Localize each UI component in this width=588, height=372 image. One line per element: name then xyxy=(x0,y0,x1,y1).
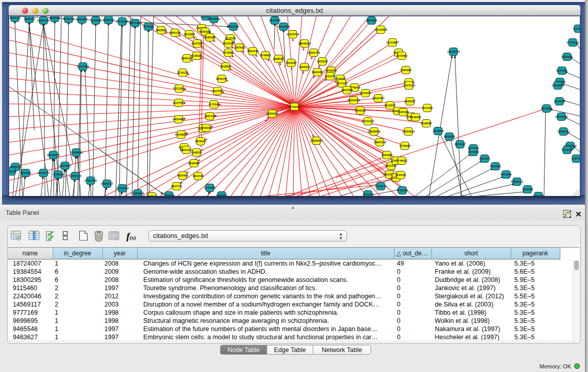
svg-text:6216072: 6216072 xyxy=(384,104,395,107)
svg-text:2588520: 2588520 xyxy=(273,57,284,60)
svg-text:16961758: 16961758 xyxy=(308,51,320,54)
svg-text:9716485: 9716485 xyxy=(204,186,215,189)
svg-text:9327509: 9327509 xyxy=(191,42,202,45)
svg-text:1112745: 1112745 xyxy=(573,27,580,30)
svg-text:3624554: 3624554 xyxy=(360,92,371,95)
svg-text:19654923: 19654923 xyxy=(402,130,415,133)
svg-text:2933114: 2933114 xyxy=(479,157,490,160)
svg-text:9245652: 9245652 xyxy=(522,188,533,191)
svg-text:9896102: 9896102 xyxy=(181,57,192,60)
svg-text:19654985: 19654985 xyxy=(172,118,185,121)
svg-text:6466160: 6466160 xyxy=(103,18,114,21)
svg-text:18807249: 18807249 xyxy=(374,141,386,144)
svg-text:5359402: 5359402 xyxy=(201,126,211,129)
svg-text:1362615: 1362615 xyxy=(299,65,310,69)
svg-text:1498222: 1498222 xyxy=(191,151,202,154)
svg-text:1145194: 1145194 xyxy=(53,173,64,176)
svg-text:10719185: 10719185 xyxy=(116,20,128,23)
svg-text:16648784: 16648784 xyxy=(447,50,460,53)
svg-text:16091231: 16091231 xyxy=(180,148,192,151)
svg-text:7866322: 7866322 xyxy=(355,109,365,112)
svg-text:7955812: 7955812 xyxy=(317,60,328,63)
svg-text:19384554: 19384554 xyxy=(310,139,323,142)
svg-text:10654112: 10654112 xyxy=(511,180,523,183)
svg-text:5136328: 5136328 xyxy=(191,54,202,57)
svg-text:18107554: 18107554 xyxy=(172,101,185,104)
svg-text:1733426: 1733426 xyxy=(397,189,407,192)
svg-text:20691406: 20691406 xyxy=(37,19,50,22)
svg-text:1756928: 1756928 xyxy=(399,144,410,147)
svg-text:9146821: 9146821 xyxy=(260,54,271,57)
svg-text:7663822: 7663822 xyxy=(156,29,166,32)
svg-text:16033809: 16033809 xyxy=(208,17,220,20)
svg-text:8660124: 8660124 xyxy=(169,31,181,34)
svg-text:8454749: 8454749 xyxy=(247,50,258,53)
svg-text:9327505: 9327505 xyxy=(223,42,233,45)
svg-text:9242845: 9242845 xyxy=(220,65,231,68)
svg-text:12505135: 12505135 xyxy=(69,174,81,178)
svg-text:9084067: 9084067 xyxy=(381,154,392,157)
svg-text:3267150: 3267150 xyxy=(204,115,215,118)
svg-text:3427552: 3427552 xyxy=(212,90,223,93)
svg-text:1691440: 1691440 xyxy=(192,174,203,178)
svg-text:8878315: 8878315 xyxy=(195,140,206,143)
svg-text:2260588: 2260588 xyxy=(200,30,210,33)
svg-text:12975115: 12975115 xyxy=(403,84,415,87)
svg-text:9474444: 9474444 xyxy=(468,150,479,154)
svg-text:16154838: 16154838 xyxy=(375,28,387,31)
svg-text:1746021: 1746021 xyxy=(396,159,407,162)
svg-text:20206576: 20206576 xyxy=(47,154,59,157)
svg-text:15692071: 15692071 xyxy=(557,130,570,133)
svg-text:17359938: 17359938 xyxy=(70,151,82,154)
svg-text:20364436: 20364436 xyxy=(347,99,360,102)
svg-text:16671385: 16671385 xyxy=(129,21,141,25)
svg-text:7485063: 7485063 xyxy=(400,69,411,72)
svg-text:16210643: 16210643 xyxy=(555,115,568,118)
svg-text:9115460: 9115460 xyxy=(422,106,432,110)
svg-text:20053346: 20053346 xyxy=(77,65,89,68)
svg-text:18300295: 18300295 xyxy=(266,112,278,115)
svg-text:8535012: 8535012 xyxy=(63,17,74,20)
svg-text:2367608: 2367608 xyxy=(234,46,245,49)
svg-text:2544311: 2544311 xyxy=(395,173,406,177)
svg-text:9657771: 9657771 xyxy=(171,185,182,188)
svg-text:12923448: 12923448 xyxy=(132,192,144,195)
svg-text:7515526: 7515526 xyxy=(143,25,154,28)
svg-text:3912954: 3912954 xyxy=(184,33,195,36)
svg-text:8990448: 8990448 xyxy=(312,71,322,74)
svg-text:8471676: 8471676 xyxy=(500,173,511,176)
svg-text:19975867: 19975867 xyxy=(59,164,71,167)
svg-text:2718176: 2718176 xyxy=(177,71,188,74)
svg-text:6879197: 6879197 xyxy=(454,143,465,146)
svg-text:9227342: 9227342 xyxy=(556,69,567,72)
svg-text:8186328: 8186328 xyxy=(204,36,215,39)
svg-text:1527602: 1527602 xyxy=(90,19,101,22)
svg-text:1025438: 1025438 xyxy=(398,111,408,114)
svg-text:19218506: 19218506 xyxy=(277,25,290,28)
svg-text:1655287: 1655287 xyxy=(76,18,87,21)
svg-text:15751074: 15751074 xyxy=(567,41,579,44)
svg-text:14136141: 14136141 xyxy=(375,185,387,188)
svg-text:19958107: 19958107 xyxy=(101,182,113,185)
svg-text:12093872: 12093872 xyxy=(552,84,564,87)
svg-text:1156819: 1156819 xyxy=(20,171,31,174)
svg-text:1621072: 1621072 xyxy=(324,75,335,78)
svg-text:7357224: 7357224 xyxy=(228,25,239,28)
svg-text:1073493: 1073493 xyxy=(396,54,407,57)
svg-text:12342737: 12342737 xyxy=(37,171,50,174)
svg-text:9329966: 9329966 xyxy=(561,55,572,58)
svg-text:2803144: 2803144 xyxy=(216,77,227,80)
svg-text:1405572: 1405572 xyxy=(9,16,20,19)
svg-text:3375685: 3375685 xyxy=(223,51,233,54)
svg-text:19166825: 19166825 xyxy=(175,133,187,136)
svg-text:1410702: 1410702 xyxy=(561,148,572,151)
svg-text:8813054: 8813054 xyxy=(269,19,280,22)
svg-text:2987682: 2987682 xyxy=(366,19,377,22)
svg-text:5322037: 5322037 xyxy=(286,61,296,64)
svg-text:8938928: 8938928 xyxy=(444,135,454,138)
svg-text:12213967: 12213967 xyxy=(386,41,399,44)
svg-text:18724007: 18724007 xyxy=(288,105,300,108)
svg-text:6794028: 6794028 xyxy=(325,69,336,72)
svg-text:10688609: 10688609 xyxy=(368,130,380,133)
svg-text:17957255: 17957255 xyxy=(84,179,97,182)
